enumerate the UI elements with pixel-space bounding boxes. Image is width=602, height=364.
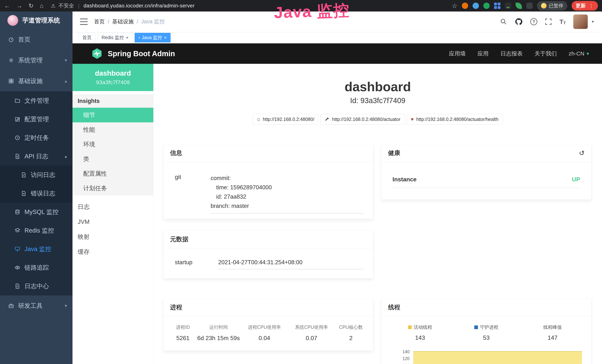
security-warning-icon: ⚠ (51, 3, 55, 9)
sidebar-item-tracing[interactable]: 链路追踪 (0, 258, 73, 277)
sidebar-item-config[interactable]: 配置管理 (0, 110, 73, 128)
extension-icon-grid[interactable] (494, 3, 500, 9)
sidebar-item-infra[interactable]: 基础设施 ▴ (0, 71, 73, 91)
app-logo-row[interactable]: 芋道管理系统 (0, 11, 73, 29)
health-instance-row[interactable]: Instance UP (392, 176, 580, 188)
legend-value: 53 (453, 334, 519, 341)
metadata-key: startup (175, 259, 218, 269)
avatar-caret-icon[interactable]: ▾ (592, 19, 594, 24)
extension-icon-orange[interactable] (462, 3, 468, 9)
sidebar-item-label: 首页 (18, 35, 30, 44)
sba-main: dashboard Id: 93a3fc7f7409 ⌂ http://192.… (153, 64, 602, 364)
sba-logo-icon (91, 48, 103, 60)
sidebar-item-log-center[interactable]: 日志中心 (0, 277, 73, 295)
sidebar-item-access-log[interactable]: 访问日志 (0, 166, 73, 184)
sba-nav-wallboard[interactable]: 应用墙 (449, 50, 465, 57)
github-icon[interactable] (515, 18, 523, 26)
tab-java-monitor[interactable]: ● Java 监控 × (135, 33, 171, 43)
extension-icon-leaf[interactable] (516, 3, 522, 9)
back-icon[interactable]: ← (4, 3, 10, 9)
bookmark-star-icon[interactable]: ☆ (452, 3, 457, 9)
tab-redis-monitor[interactable]: Redis 监控 × (98, 33, 132, 43)
sba-nav-applications[interactable]: 应用 (477, 50, 489, 57)
fullscreen-icon[interactable] (545, 18, 552, 25)
home-icon: ⌂ (257, 116, 260, 122)
update-button[interactable]: 更新 ⋮ (572, 1, 598, 11)
forward-icon[interactable]: → (16, 3, 22, 9)
sidebar-item-files[interactable]: 文件管理 (0, 91, 73, 110)
url-text: dashboard.yudao.iocoder.cn/infra/admin-s… (84, 3, 195, 9)
sba-menu-mappings[interactable]: 映射 (73, 229, 153, 244)
sba-menu-jvm[interactable]: JVM (73, 214, 153, 229)
y-axis-tick: 100 (389, 363, 409, 364)
kebab-menu-icon[interactable]: ⋮ (589, 3, 594, 9)
sidebar-item-redis[interactable]: Redis 监控 (0, 221, 73, 240)
sidebar-item-label: 访问日志 (31, 171, 55, 179)
reload-icon[interactable]: ↻ (29, 3, 33, 9)
edit-icon (14, 116, 20, 122)
sba-brand[interactable]: Spring Boot Admin (108, 50, 175, 58)
extension-icon-proxy-on[interactable]: on (505, 3, 511, 9)
tab-label: 首页 (82, 34, 92, 41)
extension-icon-dark[interactable] (526, 3, 533, 9)
sidebar-item-api-log[interactable]: API 日志 ▴ (0, 147, 73, 166)
search-icon[interactable] (500, 18, 507, 25)
sba-menu-caches[interactable]: 缓存 (73, 244, 153, 259)
address-bar[interactable]: ⚠ 不安全 | dashboard.yudao.iocoder.cn/infra… (51, 2, 194, 9)
process-col-header: CPU核心数 (334, 324, 368, 330)
process-card-title: 进程 (170, 303, 182, 311)
sba-language-select[interactable]: zh-CN ▾ (569, 50, 589, 57)
service-url-chip[interactable]: ⌂ http://192.168.0.2:48080/ (253, 114, 319, 125)
info-line: id: 27aa832 (211, 192, 364, 201)
sidebar-item-home[interactable]: 首页 (0, 29, 73, 50)
hamburger-icon[interactable] (80, 19, 88, 25)
actuator-url-chip[interactable]: http://192.168.0.2:48080/actuator (320, 114, 405, 125)
sba-menu-config-props[interactable]: 配置属性 (73, 166, 153, 181)
infra-submenu: 文件管理 配置管理 定时任务 API 日志 ▴ 访问日志 (0, 91, 73, 295)
sidebar-item-mysql[interactable]: MySQL 监控 (0, 203, 73, 221)
sba-nav-journal[interactable]: 日志报表 (500, 50, 523, 57)
info-card-title: 信息 (170, 149, 182, 157)
sidebar-item-error-log[interactable]: 错误日志 (0, 184, 73, 203)
font-size-icon[interactable]: TT (559, 18, 566, 25)
instance-id-short: 93a3fc7f7409 (96, 79, 130, 86)
sidebar-item-jobs[interactable]: 定时任务 (0, 128, 73, 147)
sba-language-value: zh-CN (569, 50, 584, 57)
breadcrumb-infra[interactable]: 基础设施 (112, 18, 134, 25)
sba-menu-environment[interactable]: 环境 (73, 137, 153, 152)
sidebar-item-java[interactable]: Java 监控 (0, 240, 73, 258)
threads-card: 线程 活动线程 143 守护进程 53 (381, 298, 591, 364)
process-value: 6d 23h 15m 59s (197, 335, 240, 342)
tab-label: Java 监控 (142, 34, 162, 41)
sba-menu-details[interactable]: 细节 (73, 108, 153, 122)
tab-home[interactable]: 首页 (78, 33, 96, 43)
sba-menu-metrics[interactable]: 性能 (73, 122, 153, 137)
sidebar-item-label: 研发工具 (18, 302, 43, 310)
close-icon[interactable]: × (126, 35, 129, 40)
sidebar-item-label: 链路追踪 (24, 264, 49, 272)
paused-badge[interactable]: 已暂停 (537, 1, 567, 11)
help-icon[interactable]: ? (530, 18, 537, 25)
service-url: http://192.168.0.2:48080/ (263, 117, 314, 122)
breadcrumb-home[interactable]: 首页 (94, 18, 105, 25)
font-size-small-t: T (563, 21, 566, 25)
close-icon[interactable]: × (164, 35, 167, 40)
extension-icon-drop[interactable] (473, 3, 479, 9)
sidebar-item-label: 错误日志 (31, 189, 55, 198)
instance-header[interactable]: dashboard 93a3fc7f7409 (73, 64, 153, 91)
sba-menu-logfile[interactable]: 日志 (73, 199, 153, 214)
sba-menu-scheduled-tasks[interactable]: 计划任务 (73, 181, 153, 196)
sba-nav-about[interactable]: 关于我们 (535, 50, 557, 57)
monitor-icon (14, 246, 20, 252)
sidebar-item-system[interactable]: 系统管理 ▾ (0, 50, 73, 71)
health-url-chip[interactable]: ♥ http://192.168.0.2:48080/actuator/heal… (407, 114, 503, 125)
browser-home-icon[interactable]: ⌂ (40, 3, 43, 9)
user-avatar[interactable] (573, 14, 588, 29)
history-icon[interactable]: ↺ (579, 149, 585, 157)
infrastructure-icon (8, 78, 14, 84)
info-line: time: 1596289704000 (211, 183, 364, 192)
extension-icon-green-circle[interactable] (483, 3, 490, 9)
info-card: 信息 git commit: time: 1596289704000 id: 2… (163, 144, 373, 219)
sidebar-item-devtools[interactable]: 研发工具 ▾ (0, 295, 73, 316)
sba-menu-classes[interactable]: 类 (73, 152, 153, 166)
